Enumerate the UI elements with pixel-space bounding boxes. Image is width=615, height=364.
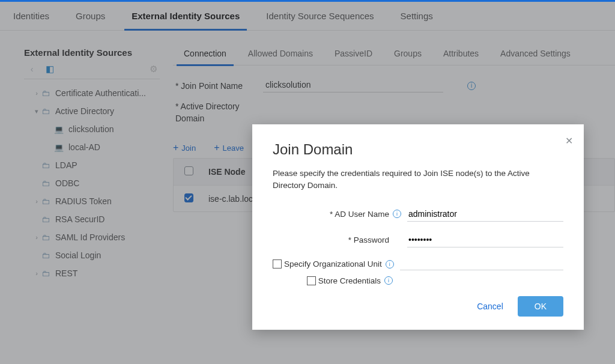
dialog-footer: Cancel OK <box>273 296 563 317</box>
cancel-button[interactable]: Cancel <box>477 302 503 311</box>
info-icon[interactable]: i <box>384 276 393 285</box>
store-credentials-checkbox[interactable] <box>307 276 316 285</box>
specify-ou-row: Specify Organizational Unit i <box>273 258 563 270</box>
info-icon[interactable]: i <box>386 260 394 268</box>
store-credentials-row: Store Credentials i <box>273 276 563 285</box>
dialog-title: Join Domain <box>273 141 563 158</box>
ok-button[interactable]: OK <box>518 296 563 317</box>
info-icon[interactable]: i <box>393 210 401 218</box>
password-row: * Password <box>273 232 563 247</box>
ad-username-label: * AD User Name <box>273 210 393 219</box>
close-icon[interactable]: ✕ <box>565 135 573 147</box>
store-credentials-label: Store Credentials <box>318 276 381 285</box>
password-label: * Password <box>273 235 393 244</box>
specify-ou-checkbox[interactable] <box>273 259 282 268</box>
specify-ou-label: Specify Organizational Unit <box>284 259 382 268</box>
ou-input[interactable] <box>400 258 563 270</box>
dialog-description: Please specify the credentials required … <box>273 168 563 192</box>
ad-username-row: * AD User Name i <box>273 207 563 222</box>
ad-username-input[interactable] <box>407 207 563 222</box>
join-domain-dialog: ✕ Join Domain Please specify the credent… <box>252 124 584 330</box>
password-input[interactable] <box>407 232 563 247</box>
